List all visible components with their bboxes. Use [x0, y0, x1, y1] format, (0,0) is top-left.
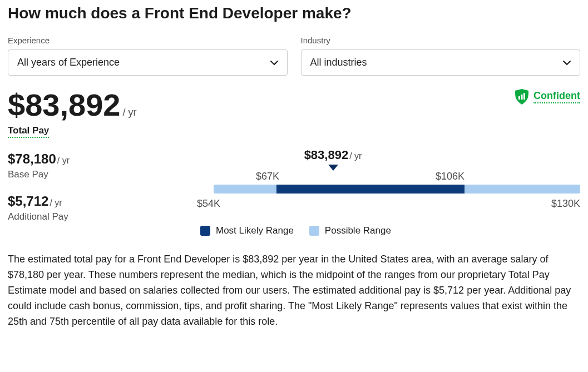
- marker-arrow-icon: [328, 165, 338, 171]
- chart-legend: Most Likely Range Possible Range: [200, 225, 580, 236]
- industry-filter: Industry All industries: [301, 36, 581, 76]
- possible-range-min: $54K: [197, 198, 220, 210]
- legend-item-possible: Possible Range: [309, 225, 391, 236]
- likely-range-max: $106K: [436, 171, 465, 182]
- industry-filter-label: Industry: [301, 36, 581, 45]
- legend-item-likely: Most Likely Range: [200, 225, 294, 236]
- page-title: How much does a Front End Developer make…: [8, 4, 580, 22]
- additional-pay-amount: $5,712: [8, 194, 48, 209]
- svg-rect-0: [518, 96, 520, 100]
- confidence-badge[interactable]: Confident: [515, 89, 580, 105]
- additional-pay-label: Additional Pay: [8, 211, 197, 222]
- shield-bars-icon: [515, 89, 529, 105]
- legend-label-likely: Most Likely Range: [216, 225, 294, 236]
- salary-range-chart: $83,892/ yr $67K $106K $54K $130K Most L…: [197, 148, 580, 236]
- industry-select-value: All industries: [310, 57, 367, 68]
- svg-rect-1: [521, 95, 523, 100]
- legend-swatch-light: [309, 226, 319, 236]
- range-bar: [214, 185, 580, 194]
- confidence-text: Confident: [533, 90, 580, 103]
- chart-marker-suffix: / yr: [349, 151, 362, 161]
- chevron-down-icon: [270, 61, 278, 65]
- experience-select-value: All years of Experience: [17, 57, 120, 68]
- likely-range-min: $67K: [256, 171, 279, 182]
- filters-row: Experience All years of Experience Indus…: [8, 36, 580, 76]
- likely-range-bar: [276, 185, 465, 194]
- legend-swatch-dark: [200, 226, 210, 236]
- experience-filter: Experience All years of Experience: [8, 36, 288, 76]
- additional-pay-suffix: / yr: [50, 198, 62, 207]
- total-pay-label[interactable]: Total Pay: [8, 125, 49, 138]
- chart-marker-amount: $83,892: [304, 148, 349, 162]
- experience-select[interactable]: All years of Experience: [8, 49, 288, 76]
- base-pay-suffix: / yr: [57, 156, 70, 165]
- possible-range-max: $130K: [551, 198, 580, 210]
- total-pay-suffix: / yr: [122, 107, 136, 118]
- experience-filter-label: Experience: [8, 36, 288, 45]
- industry-select[interactable]: All industries: [301, 49, 581, 76]
- base-pay-label: Base Pay: [8, 169, 197, 180]
- base-pay-amount: $78,180: [8, 151, 56, 167]
- svg-rect-2: [523, 93, 525, 100]
- total-pay-amount: $83,892: [8, 89, 120, 122]
- description-text: The estimated total pay for a Front End …: [8, 252, 580, 329]
- chevron-down-icon: [563, 61, 571, 65]
- legend-label-possible: Possible Range: [325, 225, 391, 236]
